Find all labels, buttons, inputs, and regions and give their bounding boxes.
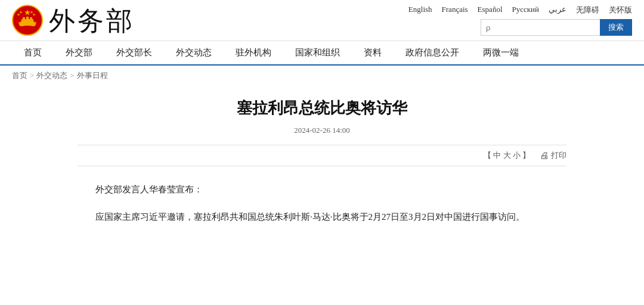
article-title: 塞拉利昂总统比奥将访华 (78, 98, 566, 119)
nav-diplomacy[interactable]: 外交动态 (164, 41, 224, 64)
search-bar: 搜索 (481, 19, 632, 36)
article-paragraph-1: 外交部发言人华春莹宣布： (78, 180, 566, 198)
lang-russian[interactable]: Русский (512, 5, 540, 15)
print-button[interactable]: 🖨 打印 (540, 150, 566, 161)
nav-social[interactable]: 两微一端 (471, 41, 531, 64)
font-size-controls[interactable]: 【 中 大 小 】 (484, 150, 530, 161)
nav-minister[interactable]: 外交部长 (104, 41, 164, 64)
nav-countries[interactable]: 国家和组织 (283, 41, 352, 64)
search-button[interactable]: 搜索 (600, 19, 632, 36)
svg-rect-5 (30, 17, 32, 20)
article-paragraph-2: 应国家主席习近平邀请，塞拉利昂共和国总统朱利叶斯·马达·比奥将于2月27日至3月… (78, 208, 566, 226)
breadcrumb: 首页 > 外交动态 > 外事日程 (0, 66, 644, 86)
main-nav: 首页 外交部 外交部长 外交动态 驻外机构 国家和组织 资料 政府信息公开 两微… (0, 41, 644, 66)
breadcrumb-diplomacy[interactable]: 外交动态 (36, 70, 67, 81)
accessibility-link[interactable]: 无障碍 (576, 5, 599, 15)
ministry-logo-text: 外务部 (49, 6, 135, 35)
nav-home[interactable]: 首页 (12, 41, 54, 64)
printer-icon: 🖨 (540, 151, 549, 161)
breadcrumb-home[interactable]: 首页 (12, 70, 27, 81)
search-input[interactable] (481, 19, 600, 36)
breadcrumb-schedule[interactable]: 外事日程 (77, 70, 108, 81)
national-emblem (12, 5, 43, 36)
breadcrumb-sep-2: > (70, 71, 74, 80)
top-bar: 外务部 English Français Español Русский عرب… (0, 0, 644, 41)
svg-rect-3 (23, 17, 25, 20)
lang-english[interactable]: English (408, 5, 432, 15)
article-toolbar: 【 中 大 小 】 🖨 打印 (78, 145, 566, 166)
lang-spanish[interactable]: Español (478, 5, 503, 15)
article-date: 2024-02-26 14:00 (78, 126, 566, 135)
article: 塞拉利昂总统比奥将访华 2024-02-26 14:00 【 中 大 小 】 🖨… (54, 86, 590, 247)
svg-rect-4 (26, 17, 29, 20)
article-body: 外交部发言人华春莹宣布： 应国家主席习近平邀请，塞拉利昂共和国总统朱利叶斯·马达… (78, 180, 566, 226)
care-version-link[interactable]: 关怀版 (609, 5, 632, 15)
language-links: English Français Español Русский عربي 无障… (408, 5, 632, 15)
nav-gov-info[interactable]: 政府信息公开 (394, 41, 471, 64)
svg-rect-1 (20, 21, 35, 26)
nav-mfa[interactable]: 外交部 (54, 41, 104, 64)
logo-area: 外务部 (12, 5, 135, 36)
nav-missions[interactable]: 驻外机构 (224, 41, 283, 64)
lang-arabic[interactable]: عربي (549, 5, 566, 15)
top-right-area: English Français Español Русский عربي 无障… (408, 5, 632, 36)
nav-resources[interactable]: 资料 (352, 41, 394, 64)
svg-point-11 (20, 26, 35, 29)
lang-french[interactable]: Français (442, 5, 468, 15)
print-label: 打印 (551, 150, 566, 161)
breadcrumb-sep-1: > (30, 71, 34, 80)
